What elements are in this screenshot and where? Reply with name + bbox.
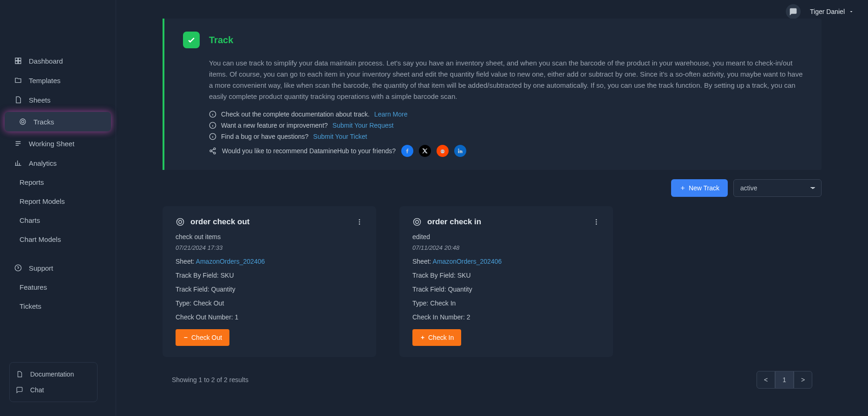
track-by-field: Track By Field: SKU bbox=[176, 272, 363, 279]
learn-more-link[interactable]: Learn More bbox=[374, 110, 408, 118]
reddit-icon[interactable] bbox=[437, 145, 449, 157]
sidebar-item-documentation[interactable]: Documentation bbox=[10, 366, 97, 382]
submit-ticket-link[interactable]: Submit Your Ticket bbox=[313, 133, 367, 140]
track-card: order check out check out items 07/21/20… bbox=[163, 206, 376, 357]
svg-point-16 bbox=[359, 223, 360, 225]
sidebar-bottom-box: Documentation Chat bbox=[9, 362, 98, 402]
sidebar-item-support[interactable]: Support bbox=[0, 258, 116, 278]
track-by-field: Track By Field: SKU bbox=[412, 272, 600, 279]
sheet-label: Sheet: bbox=[412, 258, 431, 265]
sheet-link[interactable]: AmazonOrders_202406 bbox=[433, 258, 502, 265]
svg-point-1 bbox=[21, 120, 24, 123]
svg-point-11 bbox=[443, 151, 444, 152]
list-icon bbox=[14, 139, 22, 148]
target-icon bbox=[412, 217, 422, 227]
track-title: order check in bbox=[427, 217, 481, 227]
sidebar-item-working-sheet[interactable]: Working Sheet bbox=[0, 134, 116, 153]
pagination: < 1 > bbox=[757, 371, 812, 389]
more-menu-icon[interactable] bbox=[356, 218, 363, 226]
svg-point-14 bbox=[359, 219, 360, 221]
plus-icon bbox=[420, 335, 425, 340]
sidebar-item-chart-models[interactable]: Chart Models bbox=[0, 230, 116, 249]
track-desc: edited bbox=[412, 233, 600, 240]
svg-point-19 bbox=[596, 219, 597, 221]
next-page-button[interactable]: > bbox=[794, 371, 812, 389]
plus-icon bbox=[679, 185, 686, 191]
track-field: Track Field: Quantity bbox=[176, 286, 363, 293]
sidebar-item-templates[interactable]: Templates bbox=[0, 71, 116, 90]
track-number: Check Out Number: 1 bbox=[176, 313, 363, 321]
folder-icon bbox=[14, 76, 22, 84]
info-icon bbox=[209, 122, 216, 129]
sheet-link[interactable]: AmazonOrders_202406 bbox=[196, 258, 265, 265]
file-icon bbox=[14, 96, 22, 104]
target-icon bbox=[176, 217, 185, 227]
new-track-button[interactable]: New Track bbox=[671, 179, 728, 197]
sidebar-item-features[interactable]: Features bbox=[0, 278, 116, 297]
sidebar-item-chat[interactable]: Chat bbox=[10, 382, 97, 398]
prev-page-button[interactable]: < bbox=[757, 371, 775, 389]
feature-text: Want a new feature or improvement? bbox=[221, 122, 328, 129]
svg-point-20 bbox=[596, 221, 597, 223]
svg-point-9 bbox=[441, 150, 444, 153]
minus-icon bbox=[183, 335, 189, 340]
info-icon bbox=[209, 133, 216, 140]
sidebar-item-tracks[interactable]: Tracks bbox=[5, 112, 111, 131]
chat-icon bbox=[15, 386, 24, 394]
svg-point-21 bbox=[596, 223, 597, 225]
svg-point-2 bbox=[15, 265, 21, 271]
svg-point-13 bbox=[179, 221, 182, 224]
svg-point-7 bbox=[210, 150, 212, 152]
svg-point-15 bbox=[359, 221, 360, 223]
check-out-button[interactable]: Check Out bbox=[176, 329, 229, 346]
svg-point-18 bbox=[416, 221, 419, 224]
linkedin-icon[interactable] bbox=[454, 145, 466, 157]
info-icon bbox=[209, 110, 216, 118]
dashboard-icon bbox=[14, 57, 22, 65]
svg-point-6 bbox=[214, 148, 215, 150]
svg-point-12 bbox=[177, 219, 184, 226]
chart-icon bbox=[14, 159, 22, 167]
svg-point-17 bbox=[414, 219, 421, 226]
track-card: order check in edited 07/11/2024 20:48 S… bbox=[399, 206, 613, 357]
sidebar-item-report-models[interactable]: Report Models bbox=[0, 192, 116, 211]
status-filter-select[interactable]: active bbox=[733, 179, 822, 197]
x-twitter-icon[interactable] bbox=[419, 145, 431, 157]
sheet-label: Sheet: bbox=[176, 258, 194, 265]
svg-point-0 bbox=[20, 119, 26, 124]
check-in-button[interactable]: Check In bbox=[412, 329, 461, 346]
page-number-button[interactable]: 1 bbox=[775, 371, 794, 389]
target-icon bbox=[19, 117, 27, 126]
check-badge-icon bbox=[183, 32, 200, 48]
track-type: Type: Check Out bbox=[176, 299, 363, 307]
results-count: Showing 1 to 2 of 2 results bbox=[172, 376, 248, 384]
track-type: Type: Check In bbox=[412, 299, 600, 307]
doc-icon bbox=[15, 370, 24, 378]
facebook-icon[interactable] bbox=[401, 145, 413, 157]
track-date: 07/21/2024 17:33 bbox=[176, 244, 363, 251]
doc-text: Check out the complete documentation abo… bbox=[221, 110, 370, 118]
info-title: Track bbox=[209, 35, 233, 46]
sidebar-item-tickets[interactable]: Tickets bbox=[0, 297, 116, 316]
submit-request-link[interactable]: Submit Your Request bbox=[333, 122, 394, 129]
track-desc: check out items bbox=[176, 233, 363, 240]
bug-text: Find a bug or have questions? bbox=[221, 133, 308, 140]
sidebar-item-analytics[interactable]: Analytics bbox=[0, 153, 116, 173]
help-icon bbox=[14, 264, 22, 272]
sidebar-item-dashboard[interactable]: Dashboard bbox=[0, 51, 116, 71]
sidebar-item-reports[interactable]: Reports bbox=[0, 173, 116, 192]
svg-point-8 bbox=[214, 152, 215, 154]
track-date: 07/11/2024 20:48 bbox=[412, 244, 600, 251]
track-number: Check In Number: 2 bbox=[412, 313, 600, 321]
share-icon bbox=[209, 147, 216, 155]
sidebar: Dashboard Templates Sheets Tracks Workin… bbox=[0, 0, 116, 416]
sidebar-item-charts[interactable]: Charts bbox=[0, 211, 116, 230]
main-content: Track You can use track to simplify your… bbox=[116, 0, 868, 416]
info-description: You can use track to simplify your data … bbox=[183, 58, 803, 102]
svg-point-10 bbox=[441, 151, 442, 152]
info-panel: Track You can use track to simplify your… bbox=[163, 19, 822, 170]
track-title: order check out bbox=[190, 217, 250, 227]
more-menu-icon[interactable] bbox=[593, 218, 600, 226]
share-text: Would you like to recommend DatamineHub … bbox=[222, 147, 396, 155]
sidebar-item-sheets[interactable]: Sheets bbox=[0, 90, 116, 110]
